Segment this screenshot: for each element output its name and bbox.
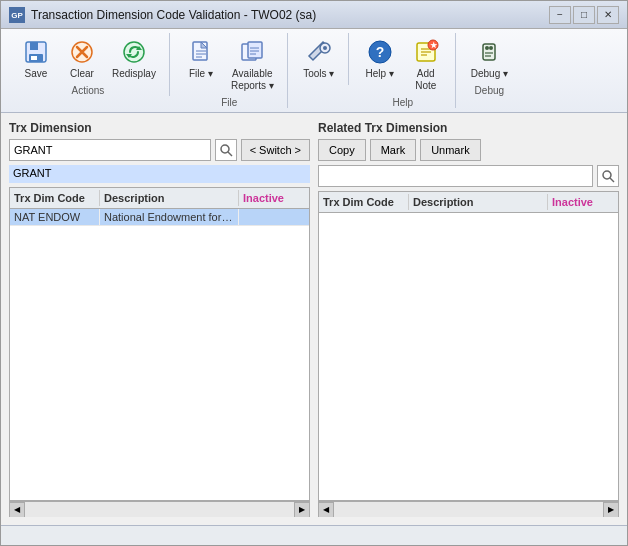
right-panel-buttons: Copy Mark Unmark xyxy=(318,139,619,161)
note-icon: ★ xyxy=(410,36,442,68)
toolbar-actions-items: Save Clear xyxy=(15,33,161,83)
toolbar-tools-items: Tools ▾ xyxy=(298,33,340,83)
left-table: Trx Dim Code Description Inactive NAT EN… xyxy=(9,187,310,501)
reports-icon xyxy=(236,36,268,68)
toolbar-debug-items: Debug ▾ xyxy=(466,33,513,83)
file-label: File ▾ xyxy=(189,68,213,80)
title-bar-left: GP Transaction Dimension Code Validation… xyxy=(9,7,316,23)
svg-text:?: ? xyxy=(375,44,384,60)
redisplay-icon xyxy=(118,36,150,68)
copy-button[interactable]: Copy xyxy=(318,139,366,161)
save-label: Save xyxy=(25,68,48,80)
switch-button[interactable]: < Switch > xyxy=(241,139,310,161)
left-table-header: Trx Dim Code Description Inactive xyxy=(10,188,309,209)
tools-label: Tools ▾ xyxy=(303,68,334,80)
left-search-button[interactable] xyxy=(215,139,237,161)
right-table-body xyxy=(319,213,618,500)
maximize-button[interactable]: □ xyxy=(573,6,595,24)
svg-point-31 xyxy=(489,46,493,50)
file-button[interactable]: File ▾ xyxy=(180,33,222,95)
left-scroll-right-button[interactable]: ▶ xyxy=(294,502,310,518)
toolbar-group-actions: Save Clear xyxy=(7,33,170,96)
left-search-row: < Switch > xyxy=(9,139,310,161)
svg-rect-15 xyxy=(248,42,262,58)
toolbar-file-items: File ▾ AvailableReports ▾ xyxy=(180,33,279,95)
help-group-label: Help xyxy=(392,97,413,108)
svg-text:GP: GP xyxy=(11,11,23,20)
right-col-trx-dim-code: Trx Dim Code xyxy=(319,194,409,210)
clear-icon xyxy=(66,36,98,68)
toolbar-group-file: File ▾ AvailableReports ▾ F xyxy=(172,33,288,108)
left-scroll-left-button[interactable]: ◀ xyxy=(9,502,25,518)
bottom-bar xyxy=(1,525,627,545)
file-icon xyxy=(185,36,217,68)
clear-label: Clear xyxy=(70,68,94,80)
minimize-button[interactable]: − xyxy=(549,6,571,24)
title-controls: − □ ✕ xyxy=(549,6,619,24)
svg-point-30 xyxy=(485,46,489,50)
right-scroll-left-button[interactable]: ◀ xyxy=(318,502,334,518)
left-search-input[interactable] xyxy=(9,139,211,161)
window-title: Transaction Dimension Code Validation - … xyxy=(31,8,316,22)
redisplay-label: Redisplay xyxy=(112,68,156,80)
mark-button[interactable]: Mark xyxy=(370,139,416,161)
right-scroll-track[interactable] xyxy=(334,502,603,518)
search-icon xyxy=(219,143,233,157)
left-selected-item: GRANT xyxy=(9,165,310,183)
help-button[interactable]: ? Help ▾ xyxy=(359,33,401,95)
left-scroll-track[interactable] xyxy=(25,502,294,518)
actions-group-label: Actions xyxy=(72,85,105,96)
add-note-label: AddNote xyxy=(415,68,436,92)
svg-point-34 xyxy=(221,145,229,153)
right-scrollbar: ◀ ▶ xyxy=(318,501,619,517)
left-row-inactive xyxy=(239,209,309,225)
left-col-trx-dim-code: Trx Dim Code xyxy=(10,190,100,206)
toolbar-group-help: ? Help ▾ ★ xyxy=(351,33,456,108)
main-window: GP Transaction Dimension Code Validation… xyxy=(0,0,628,546)
toolbar-group-tools: Tools ▾ xyxy=(290,33,349,85)
svg-line-35 xyxy=(228,152,232,156)
tools-button[interactable]: Tools ▾ xyxy=(298,33,340,83)
file-group-label: File xyxy=(221,97,237,108)
help-label: Help ▾ xyxy=(366,68,394,80)
save-icon xyxy=(20,36,52,68)
clear-button[interactable]: Clear xyxy=(61,33,103,83)
svg-point-7 xyxy=(124,42,144,62)
content-area: Trx Dimension < Switch > GRANT xyxy=(1,113,627,525)
add-note-button[interactable]: ★ AddNote xyxy=(405,33,447,95)
close-button[interactable]: ✕ xyxy=(597,6,619,24)
right-table-header: Trx Dim Code Description Inactive xyxy=(319,192,618,213)
right-search-icon xyxy=(601,169,615,183)
right-panel: Related Trx Dimension Copy Mark Unmark xyxy=(318,121,619,517)
save-button[interactable]: Save xyxy=(15,33,57,83)
left-row-description: National Endowment for t... xyxy=(100,209,239,225)
right-search-button[interactable] xyxy=(597,165,619,187)
right-panel-title: Related Trx Dimension xyxy=(318,121,619,135)
right-col-inactive: Inactive xyxy=(548,194,618,210)
unmark-button[interactable]: Unmark xyxy=(420,139,481,161)
table-row[interactable]: NAT ENDOW National Endowment for t... xyxy=(10,209,309,226)
svg-rect-3 xyxy=(30,42,38,50)
debug-group-label: Debug xyxy=(475,85,504,96)
svg-point-20 xyxy=(323,46,327,50)
toolbar-group-debug: Debug ▾ Debug xyxy=(458,33,521,96)
svg-text:★: ★ xyxy=(429,41,437,50)
toolbar-help-items: ? Help ▾ ★ xyxy=(359,33,447,95)
toolbar: Save Clear xyxy=(1,29,627,113)
left-panel-title: Trx Dimension xyxy=(9,121,310,135)
svg-rect-5 xyxy=(31,56,37,60)
redisplay-button[interactable]: Redisplay xyxy=(107,33,161,83)
right-search-input[interactable] xyxy=(318,165,593,187)
right-col-description: Description xyxy=(409,194,548,210)
svg-point-36 xyxy=(603,171,611,179)
panels: Trx Dimension < Switch > GRANT xyxy=(9,121,619,517)
svg-rect-29 xyxy=(483,44,495,60)
left-table-body: NAT ENDOW National Endowment for t... xyxy=(10,209,309,500)
right-scroll-right-button[interactable]: ▶ xyxy=(603,502,619,518)
app-icon: GP xyxy=(9,7,25,23)
left-scrollbar: ◀ ▶ xyxy=(9,501,310,517)
left-col-description: Description xyxy=(100,190,239,206)
debug-button[interactable]: Debug ▾ xyxy=(466,33,513,83)
debug-label: Debug ▾ xyxy=(471,68,508,80)
available-reports-button[interactable]: AvailableReports ▾ xyxy=(226,33,279,95)
